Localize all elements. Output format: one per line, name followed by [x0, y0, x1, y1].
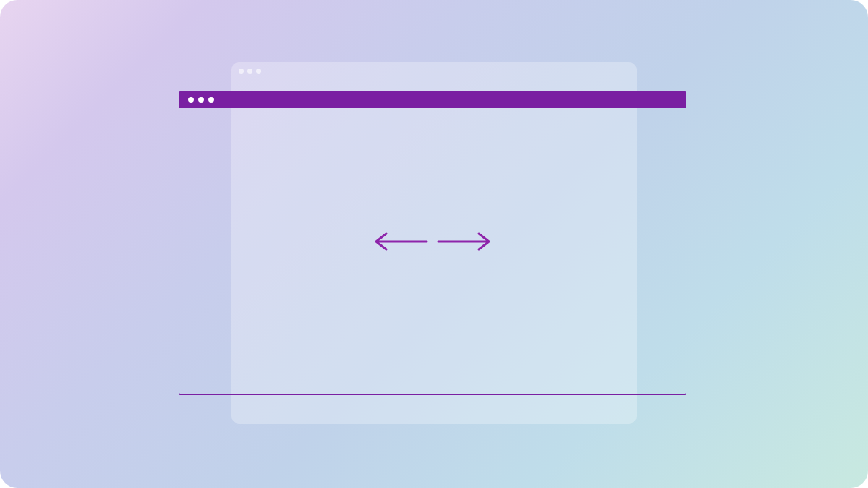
traffic-light-dot-icon — [188, 97, 194, 103]
diagram-canvas — [0, 0, 868, 488]
traffic-light-dot-icon — [208, 97, 214, 103]
traffic-light-dot-icon — [239, 69, 244, 74]
foreground-window — [179, 91, 686, 395]
background-window-titlebar — [231, 62, 637, 80]
traffic-light-dot-icon — [198, 97, 204, 103]
traffic-light-dot-icon — [247, 69, 252, 74]
foreground-window-titlebar — [179, 92, 686, 108]
traffic-light-dot-icon — [256, 69, 261, 74]
resize-arrows-icon — [367, 227, 498, 259]
